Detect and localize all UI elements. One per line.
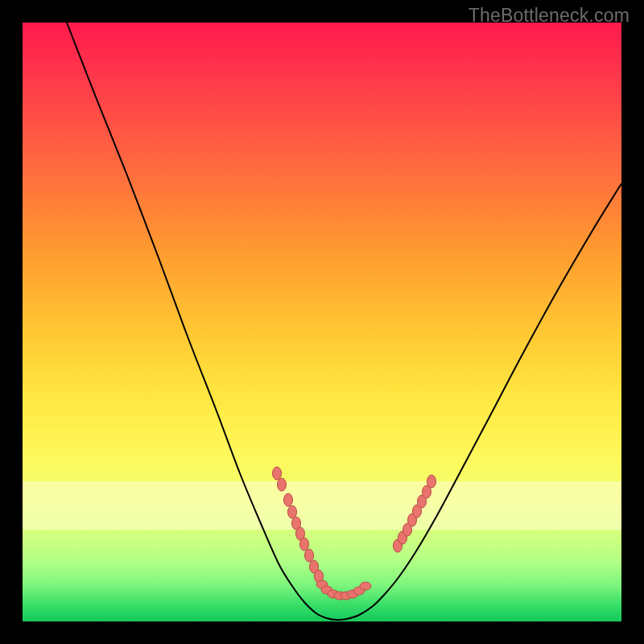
data-dot [284, 493, 293, 506]
data-dot [305, 549, 314, 562]
data-dot [278, 478, 287, 491]
bottleneck-curve [67, 23, 621, 620]
data-dot [288, 506, 297, 518]
data-dot [300, 538, 309, 551]
chart-svg [23, 23, 621, 621]
data-dot [273, 467, 282, 480]
data-dot [427, 475, 436, 488]
data-dot [360, 582, 371, 590]
dots-right [394, 475, 436, 552]
dots-bottom [316, 580, 371, 600]
